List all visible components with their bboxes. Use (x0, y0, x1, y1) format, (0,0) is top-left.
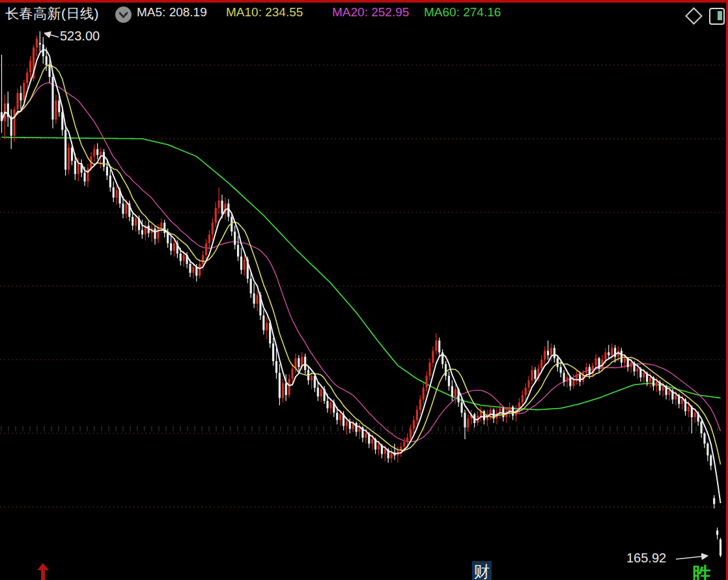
ma10-value: 234.55 (265, 5, 303, 19)
chart-header: 长春高新(日线) MA5: 208.19 MA10: 234.55 MA20: … (0, 3, 728, 23)
ma5-label: MA5: (137, 5, 165, 19)
low-annotation: 165.92 (626, 551, 666, 565)
panel-toggle-bar (718, 11, 722, 20)
high-annotation: 523.00 (60, 29, 100, 43)
panel-toggle-icon[interactable] (709, 8, 725, 25)
low-arrow-icon (676, 556, 707, 559)
stock-title: 长春高新(日线) (5, 5, 99, 23)
chevron-down-icon[interactable] (115, 7, 132, 23)
diamond-icon[interactable] (685, 7, 703, 25)
candlestick-chart[interactable]: 523.00165.92 (0, 0, 728, 580)
ma20-value: 252.95 (371, 5, 409, 19)
ma10-label: MA10: (226, 5, 262, 19)
window-top-border (0, 0, 728, 3)
ma20-readout: MA20: 252.95 (332, 5, 409, 20)
ma20-label: MA20: (332, 5, 368, 19)
ma5-value: 208.19 (169, 5, 207, 19)
ma60-value: 274.16 (463, 5, 501, 19)
watermark-sheng: 胜 (692, 562, 711, 580)
watermark-up-arrow-icon (34, 562, 52, 580)
ma60-readout: MA60: 274.16 (424, 5, 501, 20)
app-window: 523.00165.92 长春高新(日线) MA5: 208.19 MA10: … (0, 0, 728, 580)
watermark-cai: 财 (472, 561, 492, 580)
high-arrow-icon (45, 33, 59, 37)
ma60-label: MA60: (424, 5, 460, 19)
ma5-readout: MA5: 208.19 (137, 5, 207, 20)
ma10-readout: MA10: 234.55 (226, 5, 303, 20)
